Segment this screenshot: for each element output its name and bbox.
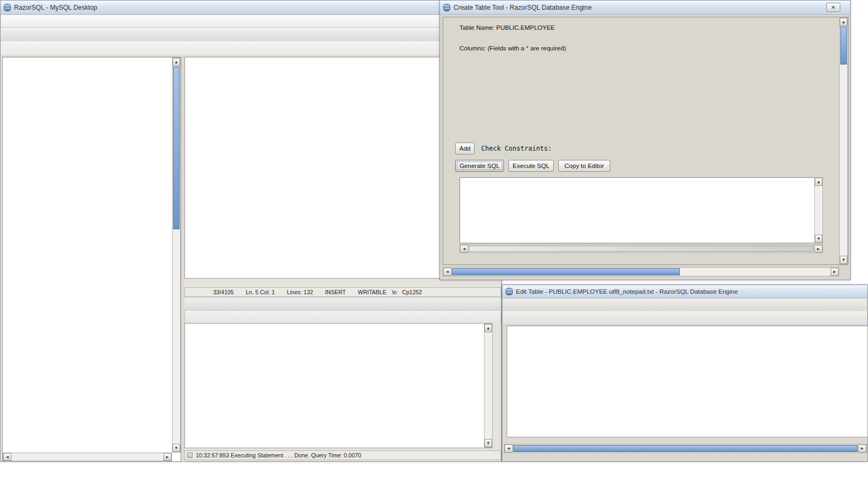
main-window-title: RazorSQL - MySQL Desktop: [14, 4, 97, 11]
query-status-text: 10:32:57:853 Executing Statement . . . D…: [196, 452, 361, 458]
results-vertical-scrollbar[interactable]: ▲ ▼: [484, 324, 493, 448]
scroll-up-arrow[interactable]: ▲: [484, 324, 492, 332]
scroll-down-arrow[interactable]: ▼: [815, 235, 822, 243]
columns-required-label: Columns: (Fields with a * are required): [459, 45, 566, 51]
razorsql-app-icon: [443, 4, 450, 11]
edit-table-panel: [507, 326, 868, 437]
editor-status-bar: 33/4105 Ln. 5 Col. 1 Lines: 132 INSERT W…: [184, 287, 501, 297]
scroll-up-arrow[interactable]: ▲: [815, 178, 822, 186]
line-column: Ln. 5 Col. 1: [246, 289, 275, 295]
scroll-right-arrow[interactable]: ►: [858, 444, 866, 453]
content-vertical-scrollbar[interactable]: ▲ ▼: [839, 17, 848, 264]
scroll-left-arrow[interactable]: ◄: [460, 245, 468, 253]
execute-sql-button[interactable]: Execute SQL: [508, 160, 554, 172]
sql-hscroll-thumb[interactable]: [469, 246, 814, 252]
connection-tabs: [1, 28, 501, 41]
copy-to-editor-button[interactable]: Copy to Editor: [558, 160, 610, 172]
main-window: RazorSQL - MySQL Desktop ▲ ▼ ◄ ► ▲ ▼ ◄: [0, 0, 502, 462]
query-status-bar: 10:32:57:853 Executing Statement . . . D…: [184, 450, 501, 460]
content-scroll-thumb[interactable]: [840, 27, 847, 64]
create-table-title-bar[interactable]: Create Table Tool - RazorSQL Database En…: [440, 1, 850, 15]
scroll-left-arrow[interactable]: ◄: [3, 453, 11, 461]
scroll-right-arrow[interactable]: ►: [814, 245, 822, 253]
tree-vertical-scrollbar[interactable]: ▲ ▼: [172, 57, 181, 453]
scroll-down-arrow[interactable]: ▼: [840, 256, 847, 264]
edit-table-toolbar: [503, 311, 867, 325]
create-table-window: Create Table Tool - RazorSQL Database En…: [439, 0, 851, 280]
results-table-panel: [184, 323, 493, 448]
sql-vertical-scrollbar[interactable]: ▲ ▼: [814, 177, 823, 243]
create-table-title: Create Table Tool - RazorSQL Database En…: [454, 4, 592, 11]
edit-table-tabs: [503, 299, 867, 311]
generate-sql-button[interactable]: Generate SQL: [455, 160, 504, 172]
window-horizontal-scrollbar[interactable]: ◄ ►: [443, 267, 839, 276]
newline-type: \n: [392, 289, 397, 295]
scroll-down-arrow[interactable]: ▼: [484, 439, 492, 447]
edit-table-horizontal-scrollbar[interactable]: ◄ ►: [504, 444, 867, 453]
main-toolbar: [1, 41, 501, 56]
results-tabs: [184, 297, 501, 310]
check-constraints-label: Check Constraints:: [481, 145, 552, 152]
database-tree-panel: ▲ ▼ ◄ ►: [2, 57, 181, 462]
scroll-up-arrow[interactable]: ▲: [173, 58, 180, 66]
scroll-up-arrow[interactable]: ▲: [840, 18, 847, 26]
status-icon: [187, 453, 193, 458]
scroll-right-arrow[interactable]: ►: [163, 453, 171, 461]
edit-table-title: Edit Table - PUBLIC.EMPLOYEE utf8_notepa…: [516, 288, 738, 295]
cursor-position: 33/4105: [213, 289, 234, 295]
tree-horizontal-scrollbar[interactable]: ◄ ►: [3, 453, 172, 461]
sql-horizontal-scrollbar[interactable]: ◄ ►: [459, 244, 823, 253]
edit-table-window: Edit Table - PUBLIC.EMPLOYEE utf8_notepa…: [502, 285, 868, 462]
desktop: RazorSQL - MySQL Desktop ▲ ▼ ◄ ► ▲ ▼ ◄: [0, 0, 868, 478]
results-toolbar: [184, 310, 501, 323]
insert-mode: INSERT: [325, 289, 346, 295]
line-count: Lines: 132: [287, 289, 313, 295]
scroll-left-arrow[interactable]: ◄: [443, 268, 451, 276]
window-hscroll-thumb[interactable]: [452, 268, 680, 275]
scroll-left-arrow[interactable]: ◄: [505, 444, 513, 453]
generated-sql-textarea[interactable]: [459, 177, 823, 243]
tree-scroll-thumb[interactable]: [173, 67, 180, 229]
close-icon[interactable]: ✕: [826, 3, 840, 12]
add-column-button[interactable]: Add: [455, 143, 475, 154]
edit-table-title-bar[interactable]: Edit Table - PUBLIC.EMPLOYEE utf8_notepa…: [502, 285, 867, 298]
main-title-bar[interactable]: RazorSQL - MySQL Desktop: [1, 1, 501, 15]
writable-status: WRITABLE: [358, 289, 386, 295]
scroll-down-arrow[interactable]: ▼: [173, 444, 180, 452]
menu-bar: [1, 15, 501, 28]
razorsql-app-icon: [506, 288, 513, 295]
encoding: Cp1252: [402, 289, 422, 295]
database-tree: [3, 57, 171, 452]
edit-hscroll-thumb[interactable]: [513, 445, 858, 452]
scroll-right-arrow[interactable]: ►: [831, 268, 839, 276]
table-name-label: Table Name: PUBLIC.EMPLOYEE: [459, 24, 555, 31]
razorsql-app-icon: [4, 4, 11, 11]
